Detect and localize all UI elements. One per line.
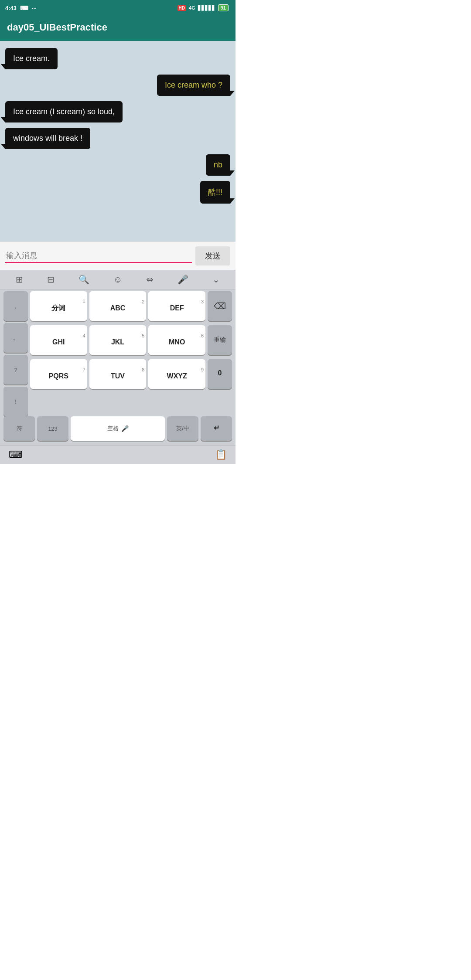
chat-area: Ice cream. Ice cream who ? Ice cream (I … (0, 41, 236, 242)
bottom-icons-bar: ⌨ 📋 (0, 445, 236, 464)
key-fu[interactable]: 符 (3, 416, 35, 441)
main-key-grid: 1 分词 2 ABC 3 DEF ⌫ 4 GHI (30, 291, 232, 416)
grid2-icon[interactable]: ⊞ (16, 274, 23, 285)
emoji-icon[interactable]: ☺ (113, 275, 122, 285)
key-9-wxyz[interactable]: 9 WXYZ (148, 359, 205, 389)
keyboard-main: , 。 ? ! 1 分词 2 ABC (2, 291, 234, 416)
key-row-3: 7 PQRS 8 TUV 9 WXYZ 0 (30, 359, 232, 389)
message-text: nb (214, 160, 222, 169)
key-exclamation[interactable]: ! (3, 387, 28, 416)
mic-small-icon: 🎤 (121, 425, 129, 432)
app-title: day05_UIBestPractice (7, 22, 107, 33)
side-column: , 。 ? ! (3, 291, 28, 416)
app-bar: day05_UIBestPractice (0, 16, 236, 41)
key-2-abc[interactable]: 2 ABC (89, 291, 147, 321)
message-bubble-right-5: nb (206, 154, 230, 176)
status-bar: 4:43 ⌨ ··· HD 4G ▋▋▋▋▋ 91 (0, 0, 236, 16)
cursor-icon[interactable]: ⇔ (146, 274, 154, 285)
key-3-def[interactable]: 3 DEF (148, 291, 205, 321)
keyboard: , 。 ? ! 1 分词 2 ABC (0, 289, 236, 445)
input-area: 发送 (0, 242, 236, 270)
send-button[interactable]: 发送 (195, 246, 230, 265)
clipboard-icon[interactable]: 📋 (215, 449, 227, 460)
key-row-2: 4 GHI 5 JKL 6 MNO 重输 (30, 325, 232, 355)
key-reenter[interactable]: 重输 (208, 325, 232, 355)
key-1-fenci[interactable]: 1 分词 (30, 291, 87, 321)
signal-icon: ▋▋▋▋▋ (198, 5, 215, 11)
key-space[interactable]: 空格 🎤 (71, 416, 165, 441)
message-text: Ice cream. (13, 54, 50, 63)
key-delete[interactable]: ⌫ (208, 291, 232, 321)
search-icon[interactable]: 🔍 (78, 274, 89, 285)
message-bubble-right-6: 酷!!! (200, 181, 230, 204)
key-7-pqrs[interactable]: 7 PQRS (30, 359, 87, 389)
message-bubble-left-3: Ice cream (I scream) so loud, (5, 101, 123, 122)
message-bubble-left-1: Ice cream. (5, 48, 58, 69)
message-text: 酷!!! (208, 188, 222, 197)
message-bubble-right-2: Ice cream who ? (157, 75, 230, 96)
battery-indicator: 91 (218, 4, 229, 11)
message-text: Ice cream who ? (165, 81, 222, 89)
hd-badge: HD (177, 5, 186, 11)
key-period[interactable]: 。 (3, 323, 28, 353)
more-status-icon: ··· (32, 5, 37, 11)
key-123[interactable]: 123 (37, 416, 68, 441)
key-zero[interactable]: 0 (208, 359, 232, 389)
key-4-ghi[interactable]: 4 GHI (30, 325, 87, 355)
grid3-icon[interactable]: ⊟ (47, 274, 55, 285)
4g-icon: 4G (189, 5, 195, 10)
time-display: 4:43 (5, 5, 17, 11)
status-right: HD 4G ▋▋▋▋▋ 91 (177, 4, 229, 11)
key-8-tuv[interactable]: 8 TUV (89, 359, 147, 389)
keyboard-toolbar: ⊞ ⊟ 🔍 ☺ ⇔ 🎤 ⌄ (0, 270, 236, 289)
mic-icon[interactable]: 🎤 (177, 274, 188, 285)
key-comma[interactable]: , (3, 291, 28, 321)
key-5-jkl[interactable]: 5 JKL (89, 325, 147, 355)
chevron-down-icon[interactable]: ⌄ (212, 274, 220, 285)
status-left: 4:43 ⌨ ··· (5, 5, 37, 11)
key-return[interactable]: ↵ (201, 416, 232, 441)
message-input[interactable] (5, 249, 192, 263)
keyboard-status-icon: ⌨ (20, 5, 28, 11)
message-text: windows will break ! (13, 134, 82, 143)
bottom-row: 符 123 空格 🎤 英/中 ↵ (2, 416, 234, 443)
key-6-mno[interactable]: 6 MNO (148, 325, 205, 355)
keyboard-bottom-icon[interactable]: ⌨ (9, 449, 23, 460)
message-bubble-left-4: windows will break ! (5, 128, 90, 149)
key-question[interactable]: ? (3, 355, 28, 385)
message-text: Ice cream (I scream) so loud, (13, 107, 115, 116)
key-row-1: 1 分词 2 ABC 3 DEF ⌫ (30, 291, 232, 321)
key-lang[interactable]: 英/中 (167, 416, 198, 441)
